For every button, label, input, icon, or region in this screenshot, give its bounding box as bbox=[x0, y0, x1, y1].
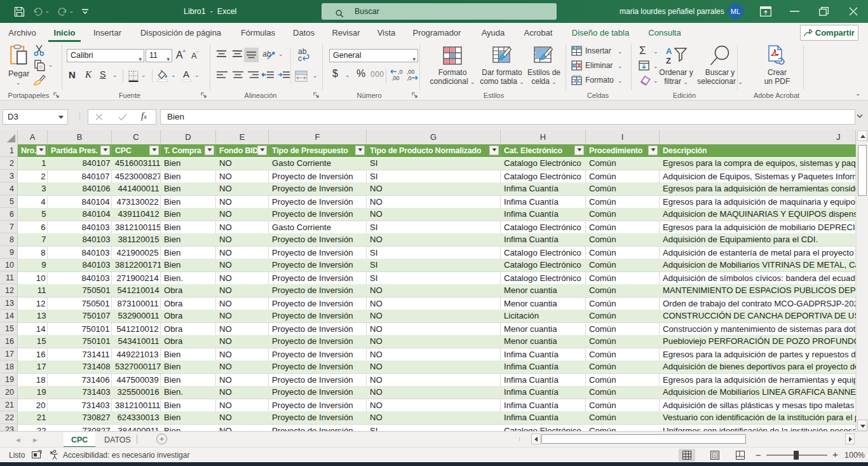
svg-text:A: A bbox=[666, 46, 672, 56]
svg-text:,0: ,0 bbox=[407, 75, 412, 81]
svg-text:Z: Z bbox=[666, 56, 671, 65]
svg-text:,00: ,00 bbox=[391, 75, 400, 81]
svg-text:,0: ,0 bbox=[398, 69, 403, 75]
svg-text:c: c bbox=[298, 54, 302, 62]
svg-text:,00: ,00 bbox=[407, 69, 415, 75]
